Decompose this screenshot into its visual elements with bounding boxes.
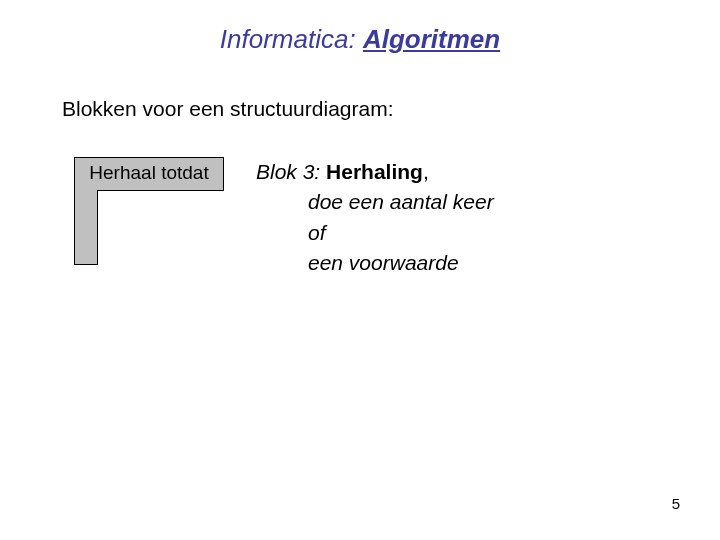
title-prefix: Informatica: (220, 24, 363, 54)
title-main: Algoritmen (363, 24, 500, 54)
repeat-block-diagram: Herhaal totdat (74, 157, 224, 265)
diagram-label: Herhaal totdat (75, 162, 223, 184)
subtitle-text: Blokken voor een structuurdiagram: (0, 97, 720, 121)
desc-heading-main: Herhaling (326, 160, 423, 183)
slide-title: Informatica: Algoritmen (0, 0, 720, 55)
desc-line-2: of (256, 218, 494, 248)
diagram-inner-box (97, 190, 224, 265)
desc-heading-suffix: , (423, 160, 429, 183)
desc-heading-prefix: Blok 3: (256, 160, 326, 183)
desc-line-3: een voorwaarde (256, 248, 494, 278)
page-number: 5 (672, 495, 680, 512)
desc-line-1: doe een aantal keer (256, 187, 494, 217)
content-row: Herhaal totdat Blok 3: Herhaling, doe ee… (0, 157, 720, 279)
block-description: Blok 3: Herhaling, doe een aantal keer o… (256, 157, 494, 279)
desc-heading: Blok 3: Herhaling, (256, 157, 494, 187)
